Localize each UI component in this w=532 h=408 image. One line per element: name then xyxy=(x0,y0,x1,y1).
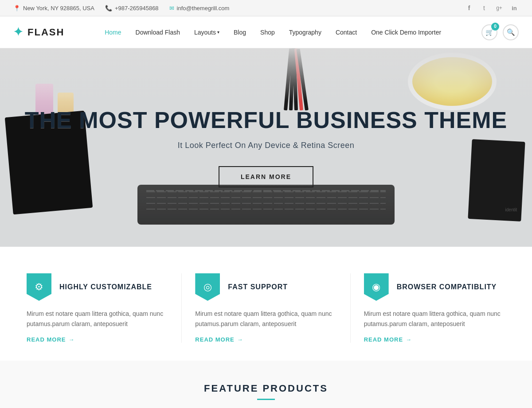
social-links[interactable]: f t g+ in xyxy=(465,4,519,12)
googleplus-icon[interactable]: g+ xyxy=(495,4,504,12)
section-underline xyxy=(257,399,275,400)
search-icon: 🔍 xyxy=(507,28,515,36)
logo[interactable]: ✦ FLASH xyxy=(13,25,64,39)
cart-button[interactable]: 🛒 0 xyxy=(481,24,497,40)
feature-support-icon-wrap: ◎ xyxy=(195,273,220,301)
feature-browser-link[interactable]: READ MORE → xyxy=(364,336,505,343)
nav-download-flash[interactable]: Download Flash xyxy=(129,25,186,39)
email-icon: ✉ xyxy=(169,5,174,12)
linkedin-icon[interactable]: in xyxy=(510,4,519,12)
main-nav: Home Download Flash Layouts ▾ Blog Shop … xyxy=(98,25,447,39)
feature-customizable-icon-wrap: ⚙ xyxy=(27,273,51,301)
support-icon: ◎ xyxy=(203,281,212,293)
facebook-icon[interactable]: f xyxy=(465,4,473,12)
feature-support-title: FAST SUPPORT xyxy=(228,283,288,291)
feature-support-link[interactable]: READ MORE → xyxy=(195,336,336,343)
nav-blog[interactable]: Blog xyxy=(227,25,252,39)
nav-demo-importer[interactable]: One Click Demo Importer xyxy=(365,25,447,39)
hero-title: THE MOST POWERFUL BUSINESS THEME xyxy=(25,108,507,133)
top-bar-contact: 📍 New York, NY 928865, USA 📞 +987-265945… xyxy=(13,5,229,12)
nav-shop[interactable]: Shop xyxy=(254,25,281,39)
arrow-right-icon: → xyxy=(406,336,412,343)
address-text: New York, NY 928865, USA xyxy=(23,5,94,12)
feature-browser-title: BROWSER COMPATIBLITY xyxy=(397,283,497,291)
feature-support-header: ◎ FAST SUPPORT xyxy=(195,273,336,301)
feature-support: ◎ FAST SUPPORT Mirum est notare quam lit… xyxy=(182,273,350,343)
feature-customizable-link[interactable]: READ MORE → xyxy=(27,336,168,343)
nav-home[interactable]: Home xyxy=(98,25,127,39)
cart-badge: 0 xyxy=(491,23,499,31)
feature-customizable: ⚙ HIGHLY CUSTOMIZABLE Mirum est notare q… xyxy=(13,273,181,343)
logo-bird-icon: ✦ xyxy=(13,25,24,39)
feature-support-desc: Mirum est notare quam littera gothica, q… xyxy=(195,309,336,329)
hero-section: identit THE MOST POWERFUL BUSINESS THEME… xyxy=(0,48,532,247)
twitter-icon[interactable]: t xyxy=(480,4,489,12)
feature-customizable-title: HIGHLY CUSTOMIZABLE xyxy=(59,283,152,291)
feature-customizable-desc: Mirum est notare quam littera gothica, q… xyxy=(27,309,168,329)
address-item: 📍 New York, NY 928865, USA xyxy=(13,5,94,12)
browser-icon: ◉ xyxy=(372,281,380,293)
nav-typography[interactable]: Typography xyxy=(283,25,328,39)
hero-overlay xyxy=(0,48,532,101)
feature-browser-icon-wrap: ◉ xyxy=(364,273,389,301)
email-item: ✉ info@themegrill.com xyxy=(169,5,230,12)
nav-contact[interactable]: Contact xyxy=(329,25,363,39)
top-bar: 📍 New York, NY 928865, USA 📞 +987-265945… xyxy=(0,0,532,16)
nav-layouts[interactable]: Layouts ▾ xyxy=(188,25,226,39)
gear-icon: ⚙ xyxy=(35,281,43,293)
header-actions: 🛒 0 🔍 xyxy=(481,24,519,40)
phone-text: +987-265945868 xyxy=(115,5,159,12)
feature-products-title: FEATURE PRODUCTS xyxy=(13,383,519,394)
feature-products-section: FEATURE PRODUCTS xyxy=(0,361,532,408)
email-text: info@themegrill.com xyxy=(177,5,230,12)
phone-icon: 📞 xyxy=(105,5,112,12)
logo-text: FLASH xyxy=(27,27,64,38)
hero-keyboard xyxy=(137,185,395,225)
feature-browser-desc: Mirum est notare quam littera gothica, q… xyxy=(364,309,505,329)
hero-content: THE MOST POWERFUL BUSINESS THEME It Look… xyxy=(25,108,507,187)
location-icon: 📍 xyxy=(13,5,20,12)
hero-subtitle: It Look Perfect On Any Device & Retina S… xyxy=(25,141,507,150)
hero-cta-button[interactable]: LEARN MORE xyxy=(219,166,313,187)
arrow-right-icon: → xyxy=(68,336,74,343)
features-section: ⚙ HIGHLY CUSTOMIZABLE Mirum est notare q… xyxy=(0,247,532,361)
search-button[interactable]: 🔍 xyxy=(503,24,519,40)
feature-customizable-header: ⚙ HIGHLY CUSTOMIZABLE xyxy=(27,273,168,301)
arrow-right-icon: → xyxy=(237,336,243,343)
phone-item: 📞 +987-265945868 xyxy=(105,5,159,12)
feature-browser: ◉ BROWSER COMPATIBLITY Mirum est notare … xyxy=(351,273,519,343)
feature-browser-header: ◉ BROWSER COMPATIBLITY xyxy=(364,273,505,301)
header: ✦ FLASH Home Download Flash Layouts ▾ Bl… xyxy=(0,16,532,48)
dropdown-arrow-icon: ▾ xyxy=(217,30,219,35)
